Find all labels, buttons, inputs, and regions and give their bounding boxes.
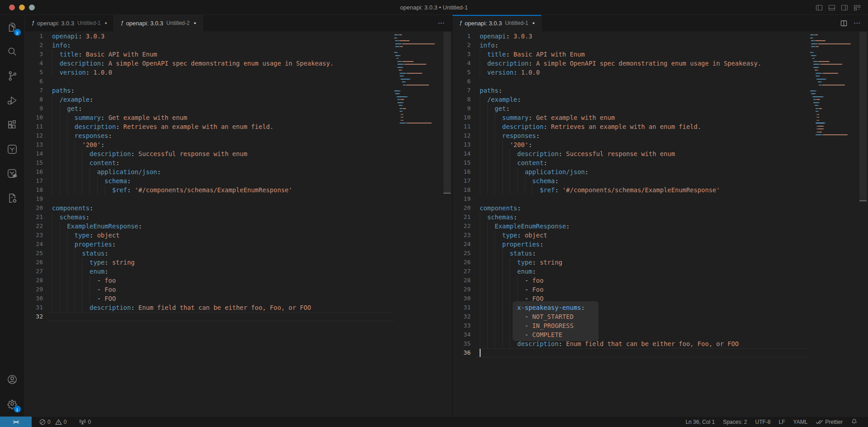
- more-actions-icon[interactable]: ⋯: [438, 19, 445, 27]
- code-line[interactable]: 2info:: [25, 41, 393, 50]
- code-line[interactable]: 1openapi: 3.0.3: [25, 32, 393, 41]
- modified-dot[interactable]: ●: [193, 21, 196, 25]
- scrollbar[interactable]: [442, 32, 452, 416]
- code-line[interactable]: 10 summary: Get example with enum: [25, 113, 393, 122]
- code-line[interactable]: 5 version: 1.0.0: [25, 68, 393, 77]
- code-line[interactable]: 9 get:: [25, 104, 393, 113]
- code-line[interactable]: 22 ExampleEnumResponse:: [25, 222, 393, 231]
- code-line[interactable]: 4 description: A simple OpenAPI spec dem…: [453, 59, 809, 68]
- tab-untitled-2-left[interactable]: ! openapi: 3.0.3 Untitled-2 ●: [114, 15, 203, 31]
- code-line[interactable]: 12 responses:: [25, 131, 393, 140]
- code-line[interactable]: 4 description: A simple OpenAPI spec dem…: [25, 59, 393, 68]
- ports-status[interactable]: 0: [75, 417, 95, 427]
- minimap[interactable]: [394, 34, 442, 416]
- code-line[interactable]: 28 - foo: [25, 276, 393, 285]
- code-line[interactable]: 13 '200':: [453, 140, 809, 149]
- minimap[interactable]: [810, 34, 858, 416]
- accounts-menu[interactable]: [0, 367, 25, 392]
- code-line[interactable]: 20components:: [453, 204, 809, 213]
- code-line[interactable]: 23 type: object: [25, 231, 393, 240]
- code-line[interactable]: 21 schemas:: [453, 213, 809, 222]
- problems-status[interactable]: 0 0: [35, 417, 71, 427]
- code-line[interactable]: 18 $ref: '#/components/schemas/ExampleEn…: [453, 185, 809, 195]
- scrollbar-slider[interactable]: [443, 32, 451, 194]
- code-line[interactable]: 32: [25, 312, 393, 321]
- more-actions-icon[interactable]: ⋯: [854, 19, 861, 27]
- code-line[interactable]: 23 type: object: [453, 231, 809, 240]
- code-line[interactable]: 30 - FOO: [25, 294, 393, 303]
- code-line[interactable]: 35 description: Enum field that can be e…: [453, 339, 809, 348]
- toggle-primary-sidebar-icon[interactable]: [816, 4, 823, 11]
- sidebar-item-source-control[interactable]: [0, 64, 25, 88]
- code-line[interactable]: 19: [453, 195, 809, 204]
- tab-untitled-1-left[interactable]: ! openapi: 3.0.3 Untitled-1 ●: [25, 15, 114, 31]
- scrollbar[interactable]: [858, 32, 868, 416]
- code-line[interactable]: 9 get:: [453, 104, 809, 113]
- code-line[interactable]: 7paths:: [453, 86, 809, 95]
- language-mode-status[interactable]: YAML: [789, 417, 812, 427]
- eol-status[interactable]: LF: [775, 417, 789, 427]
- code-line[interactable]: 16 application/json:: [25, 167, 393, 176]
- code-line[interactable]: 24 properties:: [25, 240, 393, 249]
- scrollbar-slider[interactable]: [859, 32, 867, 201]
- sidebar-item-speakeasy[interactable]: [0, 137, 25, 161]
- remote-indicator[interactable]: ><: [0, 417, 32, 427]
- code-line[interactable]: 3 title: Basic API with Enum: [25, 50, 393, 59]
- sidebar-item-explorer[interactable]: 2: [0, 15, 25, 39]
- code-line[interactable]: 24 properties:: [453, 240, 809, 249]
- code-line[interactable]: 31 description: Enum field that can be e…: [25, 303, 393, 312]
- formatter-status[interactable]: Prettier: [811, 417, 847, 427]
- code-line[interactable]: 17 schema:: [453, 176, 809, 185]
- code-line[interactable]: 6: [25, 77, 393, 86]
- code-line[interactable]: 30 - FOO: [453, 294, 809, 303]
- code-line[interactable]: 22 ExampleEnumResponse:: [453, 222, 809, 231]
- settings-menu[interactable]: 1: [0, 392, 25, 416]
- code-line[interactable]: 25 status:: [25, 249, 393, 258]
- code-line[interactable]: 3 title: Basic API with Enum: [453, 50, 809, 59]
- code-line[interactable]: 31 x-speakeasy-enums:: [453, 303, 809, 312]
- code-line[interactable]: 34 - COMPLETE: [453, 330, 809, 339]
- code-line[interactable]: 25 status:: [453, 249, 809, 258]
- code-line[interactable]: 29 - Foo: [453, 285, 809, 294]
- code-line[interactable]: 7paths:: [25, 86, 393, 95]
- sidebar-item-speakeasy-cloud[interactable]: [0, 161, 25, 186]
- customize-layout-icon[interactable]: [854, 4, 861, 11]
- toggle-secondary-sidebar-icon[interactable]: [841, 4, 848, 11]
- split-editor-icon[interactable]: [840, 20, 847, 27]
- encoding-status[interactable]: UTF-8: [751, 417, 775, 427]
- code-line[interactable]: 11 description: Retrieves an example wit…: [453, 122, 809, 131]
- code-line[interactable]: 36: [453, 348, 809, 357]
- code-line[interactable]: 15 content:: [453, 158, 809, 167]
- code-line[interactable]: 14 description: Successful response with…: [25, 149, 393, 158]
- code-line[interactable]: 20components:: [25, 204, 393, 213]
- code-line[interactable]: 19: [25, 195, 393, 204]
- editor-left[interactable]: 1openapi: 3.0.32info:3 title: Basic API …: [25, 32, 452, 416]
- code-line[interactable]: 8 /example:: [453, 95, 809, 104]
- code-line[interactable]: 18 $ref: '#/components/schemas/ExampleEn…: [25, 185, 393, 195]
- toggle-panel-icon[interactable]: [828, 4, 835, 11]
- code-line[interactable]: 26 type: string: [25, 258, 393, 267]
- modified-dot[interactable]: ●: [532, 21, 534, 25]
- code-line[interactable]: 16 application/json:: [453, 167, 809, 176]
- code-line[interactable]: 27 enum:: [453, 267, 809, 276]
- code-line[interactable]: 17 schema:: [25, 176, 393, 185]
- sidebar-item-run-debug[interactable]: [0, 88, 25, 113]
- tab-untitled-1-right[interactable]: ! openapi: 3.0.3 Untitled-1 ●: [453, 15, 542, 31]
- code-line[interactable]: 6: [453, 77, 809, 86]
- code-line[interactable]: 27 enum:: [25, 267, 393, 276]
- code-line[interactable]: 2info:: [453, 41, 809, 50]
- code-line[interactable]: 33 - IN_PROGRESS: [453, 321, 809, 330]
- code-line[interactable]: 28 - foo: [453, 276, 809, 285]
- code-line[interactable]: 11 description: Retrieves an example wit…: [25, 122, 393, 131]
- code-line[interactable]: 12 responses:: [453, 131, 809, 140]
- code-line[interactable]: 21 schemas:: [25, 213, 393, 222]
- notifications-status[interactable]: [847, 417, 862, 427]
- code-line[interactable]: 10 summary: Get example with enum: [453, 113, 809, 122]
- code-line[interactable]: 13 '200':: [25, 140, 393, 149]
- sidebar-item-extensions[interactable]: [0, 113, 25, 137]
- cursor-position-status[interactable]: Ln 36, Col 1: [681, 417, 719, 427]
- code-line[interactable]: 1openapi: 3.0.3: [453, 32, 809, 41]
- sidebar-item-search[interactable]: [0, 39, 25, 64]
- editor-right[interactable]: 1openapi: 3.0.32info:3 title: Basic API …: [453, 32, 868, 416]
- code-line[interactable]: 26 type: string: [453, 258, 809, 267]
